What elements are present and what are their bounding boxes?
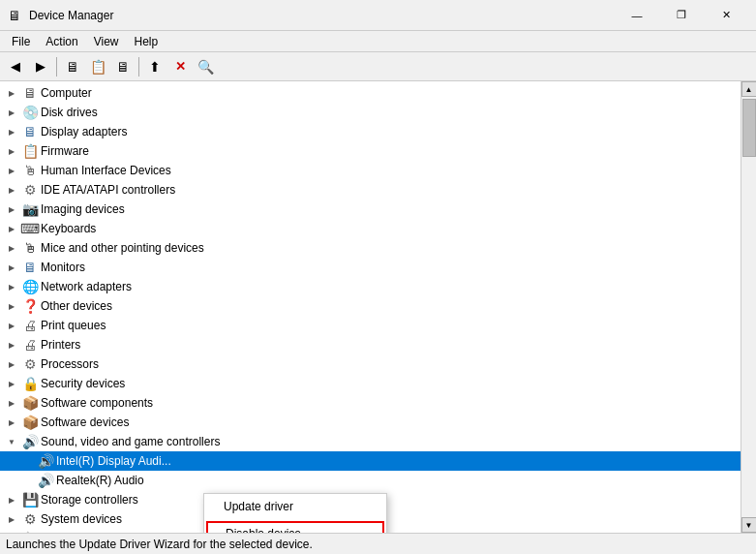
tree-item-hid[interactable]: 🖱Human Interface Devices <box>0 161 741 180</box>
label-software-devices: Software devices <box>41 416 129 429</box>
context-menu: Update driverDisable deviceUninstall dev… <box>203 493 387 533</box>
tree-item-computer[interactable]: 🖥Computer <box>0 83 741 103</box>
uninstall-button[interactable]: ✕ <box>168 56 192 77</box>
tree-item-keyboards[interactable]: ⌨Keyboards <box>0 219 741 238</box>
context-menu-item-disable-device[interactable]: Disable device <box>206 521 384 533</box>
icon-system-devices: ⚙ <box>22 511 38 527</box>
label-system-devices: System devices <box>41 512 122 526</box>
tree-item-processors[interactable]: ⚙Processors <box>0 354 741 374</box>
icon-other: ❓ <box>22 298 38 314</box>
label-realtek-audio: Realtek(R) Audio <box>56 474 144 487</box>
tree-item-print-queues[interactable]: 🖨Print queues <box>0 316 741 335</box>
icon-realtek-audio: 🔊 <box>38 473 53 488</box>
minimize-button[interactable]: — <box>615 0 659 31</box>
properties-button[interactable]: 📋 <box>86 56 109 77</box>
tree-item-software-components[interactable]: 📦Software components <box>0 393 741 413</box>
expander-keyboards <box>4 221 19 236</box>
label-display-adapters: Display adapters <box>41 125 127 138</box>
expander-disk-drives <box>4 105 19 120</box>
icon-keyboards: ⌨ <box>22 221 38 236</box>
close-button[interactable]: ✕ <box>704 0 748 31</box>
tree-item-display-adapters[interactable]: 🖥Display adapters <box>0 122 741 141</box>
label-ide: IDE ATA/ATAPI controllers <box>41 183 175 197</box>
scrollbar[interactable]: ▲ ▼ <box>741 81 756 533</box>
scroll-thumb[interactable] <box>742 99 756 157</box>
maximize-button[interactable]: ❐ <box>659 0 704 31</box>
context-menu-item-update-driver[interactable]: Update driver <box>204 494 386 519</box>
device-manager-button[interactable]: 🖥 <box>111 56 135 77</box>
update-driver-button[interactable]: ⬆ <box>143 56 166 77</box>
icon-sound: 🔊 <box>22 434 38 449</box>
tree-item-network[interactable]: 🌐Network adapters <box>0 277 741 296</box>
tree-item-disk-drives[interactable]: 💿Disk drives <box>0 103 741 122</box>
icon-printers: 🖨 <box>22 337 38 353</box>
icon-mice: 🖱 <box>22 240 38 256</box>
tree-area[interactable]: 🖥Computer💿Disk drives🖥Display adapters📋F… <box>0 81 741 533</box>
tree-item-ide[interactable]: ⚙IDE ATA/ATAPI controllers <box>0 180 741 200</box>
icon-disk-drives: 💿 <box>22 105 38 120</box>
label-computer: Computer <box>41 86 92 100</box>
icon-software-devices: 📦 <box>22 415 38 430</box>
tree-item-intel-audio[interactable]: 🔊Intel(R) Display Audi... <box>0 451 741 471</box>
tree-item-other[interactable]: ❓Other devices <box>0 296 741 316</box>
label-processors: Processors <box>41 357 99 371</box>
expander-firmware <box>4 143 19 159</box>
menu-view[interactable]: View <box>86 33 127 50</box>
icon-processors: ⚙ <box>22 356 38 372</box>
tree-item-security[interactable]: 🔒Security devices <box>0 374 741 393</box>
tree-item-monitors[interactable]: 🖥Monitors <box>0 258 741 277</box>
icon-firmware: 📋 <box>22 143 38 159</box>
expander-display-adapters <box>4 124 19 139</box>
label-printers: Printers <box>41 338 80 352</box>
tree-item-mice[interactable]: 🖱Mice and other pointing devices <box>0 238 741 258</box>
label-disk-drives: Disk drives <box>41 106 98 119</box>
expander-print-queues <box>4 318 19 333</box>
expander-imaging <box>4 201 19 217</box>
status-bar: Launches the Update Driver Wizard for th… <box>0 533 756 554</box>
menu-help[interactable]: Help <box>127 33 166 50</box>
tree-item-firmware[interactable]: 📋Firmware <box>0 141 741 161</box>
tree-item-software-devices[interactable]: 📦Software devices <box>0 413 741 432</box>
expander-network <box>4 279 19 294</box>
status-text: Launches the Update Driver Wizard for th… <box>6 538 313 551</box>
label-firmware: Firmware <box>41 144 89 158</box>
expander-monitors <box>4 260 19 275</box>
label-sound: Sound, video and game controllers <box>41 435 220 448</box>
back-button[interactable]: ◀ <box>4 56 27 77</box>
toolbar-separator-2 <box>138 57 139 77</box>
forward-button[interactable]: ▶ <box>29 56 52 77</box>
expander-hid <box>4 163 19 178</box>
label-intel-audio: Intel(R) Display Audi... <box>56 454 171 468</box>
icon-computer: 🖥 <box>22 85 38 101</box>
expander-software-components <box>4 395 19 411</box>
window-controls: — ❐ ✕ <box>615 0 748 31</box>
icon-hid: 🖱 <box>22 163 38 178</box>
scan-button[interactable]: 🔍 <box>194 56 217 77</box>
icon-usb: 🔌 <box>22 531 38 533</box>
label-storage: Storage controllers <box>41 493 138 507</box>
menu-action[interactable]: Action <box>38 33 85 50</box>
scroll-down[interactable]: ▼ <box>741 517 757 533</box>
label-other: Other devices <box>41 299 112 313</box>
label-print-queues: Print queues <box>41 319 106 332</box>
tree-item-imaging[interactable]: 📷Imaging devices <box>0 200 741 219</box>
menu-bar: File Action View Help <box>0 31 756 52</box>
menu-file[interactable]: File <box>4 33 38 50</box>
tree-item-printers[interactable]: 🖨Printers <box>0 335 741 354</box>
tree-item-sound[interactable]: 🔊Sound, video and game controllers <box>0 432 741 451</box>
expander-ide <box>4 182 19 198</box>
expander-mice <box>4 240 19 256</box>
expander-storage <box>4 492 19 508</box>
scroll-up[interactable]: ▲ <box>741 81 757 97</box>
tree-item-realtek-audio[interactable]: 🔊Realtek(R) Audio <box>0 471 741 490</box>
icon-imaging: 📷 <box>22 201 38 217</box>
expander-other <box>4 298 19 314</box>
main-content: 🖥Computer💿Disk drives🖥Display adapters📋F… <box>0 81 756 533</box>
expander-computer <box>4 85 19 101</box>
computer-button[interactable]: 🖥 <box>61 56 84 77</box>
icon-monitors: 🖥 <box>22 260 38 275</box>
icon-storage: 💾 <box>22 492 38 508</box>
icon-display-adapters: 🖥 <box>22 124 38 139</box>
toolbar: ◀ ▶ 🖥 📋 🖥 ⬆ ✕ 🔍 <box>0 52 756 81</box>
label-hid: Human Interface Devices <box>41 164 171 177</box>
